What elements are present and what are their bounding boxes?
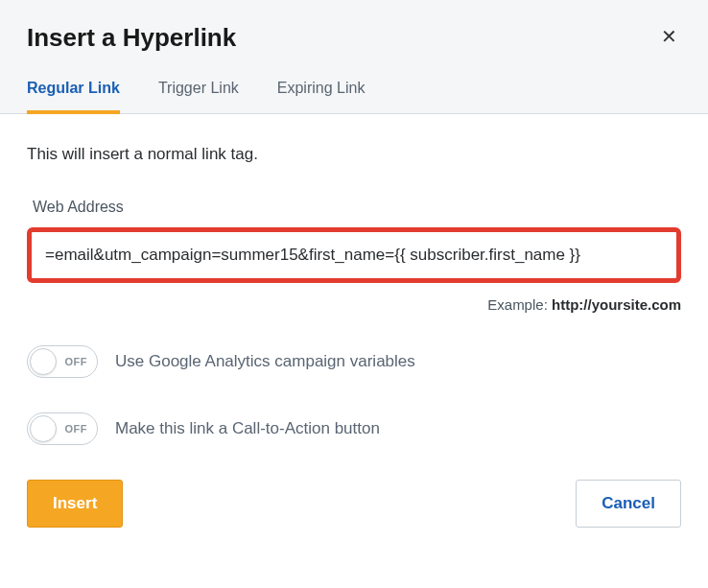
modal-header: Insert a Hyperlink ✕ Regular Link Trigge… (0, 0, 708, 114)
example-prefix: Example: (487, 296, 552, 313)
analytics-toggle-row: OFF Use Google Analytics campaign variab… (27, 345, 681, 378)
toggle-knob-icon (30, 348, 57, 375)
modal-title: Insert a Hyperlink (27, 23, 236, 53)
toggle-off-label: OFF (65, 356, 88, 367)
header-top-row: Insert a Hyperlink ✕ (27, 23, 681, 53)
web-address-highlight-box (27, 227, 681, 283)
web-address-label: Web Address (33, 199, 681, 216)
insert-hyperlink-modal: Insert a Hyperlink ✕ Regular Link Trigge… (0, 0, 708, 588)
analytics-toggle-text: Use Google Analytics campaign variables (115, 352, 415, 371)
modal-content: This will insert a normal link tag. Web … (0, 114, 708, 551)
modal-footer: Insert Cancel (27, 480, 681, 528)
toggle-off-label: OFF (65, 423, 88, 435)
cta-toggle-row: OFF Make this link a Call-to-Action butt… (27, 412, 681, 445)
tab-expiring-link[interactable]: Expiring Link (277, 80, 366, 114)
tab-trigger-link[interactable]: Trigger Link (158, 80, 239, 114)
cta-toggle-text: Make this link a Call-to-Action button (115, 419, 380, 438)
insert-button[interactable]: Insert (27, 480, 123, 528)
cancel-button[interactable]: Cancel (576, 480, 681, 528)
tab-bar: Regular Link Trigger Link Expiring Link (27, 80, 681, 113)
tab-regular-link[interactable]: Regular Link (27, 80, 120, 114)
tab-description: This will insert a normal link tag. (27, 145, 681, 164)
cta-toggle[interactable]: OFF (27, 412, 98, 445)
analytics-toggle[interactable]: OFF (27, 345, 98, 378)
close-icon[interactable]: ✕ (657, 23, 681, 50)
web-address-input[interactable] (37, 240, 671, 270)
example-url: http://yoursite.com (552, 296, 681, 313)
toggle-knob-icon (30, 415, 57, 442)
example-text: Example: http://yoursite.com (27, 296, 681, 313)
